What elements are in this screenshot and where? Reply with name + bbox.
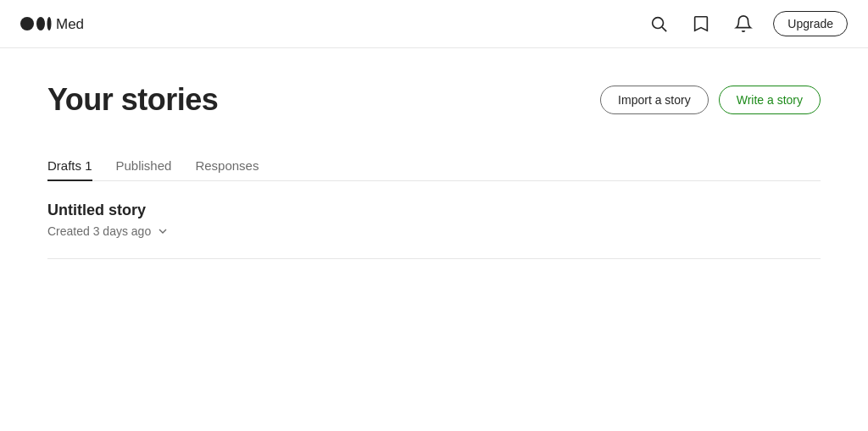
bookmark-button[interactable] [688, 11, 714, 36]
svg-point-0 [20, 17, 34, 30]
site-header: Medium Upgrade [0, 0, 868, 48]
header-left: Medium [20, 12, 84, 36]
chevron-down-icon[interactable] [156, 224, 170, 238]
story-item: Untitled story Created 3 days ago [47, 181, 821, 259]
search-button[interactable] [646, 11, 671, 36]
page-actions: Import a story Write a story [600, 86, 821, 114]
page-header: Your stories Import a story Write a stor… [47, 82, 821, 118]
upgrade-button[interactable]: Upgrade [773, 11, 848, 36]
svg-point-2 [47, 17, 52, 30]
import-story-button[interactable]: Import a story [600, 86, 709, 114]
medium-logo[interactable]: Medium [20, 12, 84, 36]
story-list: Untitled story Created 3 days ago [47, 181, 821, 259]
bell-icon [734, 14, 753, 33]
header-right: Upgrade [646, 11, 848, 36]
notifications-button[interactable] [731, 11, 756, 36]
bookmark-icon [692, 14, 710, 33]
write-story-button[interactable]: Write a story [719, 86, 821, 114]
svg-line-5 [662, 27, 666, 31]
tab-drafts[interactable]: Drafts 1 [47, 152, 92, 181]
story-title[interactable]: Untitled story [47, 202, 821, 219]
story-tabs: Drafts 1 Published Responses [47, 152, 821, 181]
medium-logo-svg: Medium [20, 12, 84, 36]
story-created-date: Created 3 days ago [47, 224, 151, 238]
search-icon [649, 14, 668, 33]
svg-point-1 [36, 17, 45, 30]
tab-responses[interactable]: Responses [195, 152, 259, 181]
svg-point-4 [653, 18, 664, 29]
main-content: Your stories Import a story Write a stor… [27, 48, 841, 259]
tab-published[interactable]: Published [116, 152, 172, 181]
story-meta: Created 3 days ago [47, 224, 821, 238]
svg-text:Medium: Medium [56, 16, 84, 32]
page-title: Your stories [47, 82, 218, 118]
